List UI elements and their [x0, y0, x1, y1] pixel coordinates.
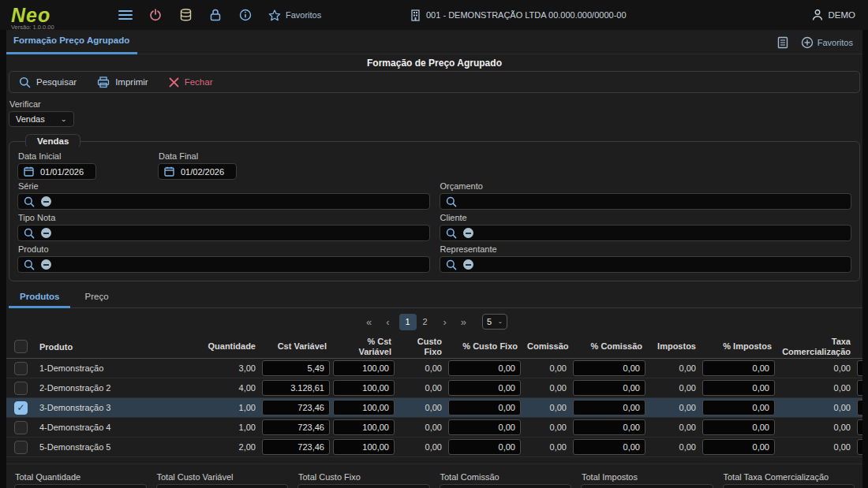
row-checkbox[interactable]: [14, 382, 28, 395]
database-icon[interactable]: [178, 8, 193, 22]
last-page-button[interactable]: »: [456, 316, 471, 328]
pct_impostos-input[interactable]: 0,00: [702, 400, 775, 415]
representante-input[interactable]: [440, 256, 852, 273]
pct_impostos-input[interactable]: 0,00: [702, 380, 775, 396]
pct_impostos-input[interactable]: 0,00: [702, 419, 775, 435]
pct_custo_fixo-input[interactable]: 0,00: [448, 400, 521, 415]
cst_variavel-input[interactable]: 723,46: [262, 419, 330, 435]
pct_cst_variavel-input[interactable]: 100,00: [333, 419, 395, 435]
column-header: Cor: [855, 341, 862, 352]
pct_cst_variavel-input[interactable]: 100,00: [333, 439, 395, 455]
cor-input[interactable]: [857, 439, 862, 455]
pct_custo_fixo-input[interactable]: 0,00: [448, 360, 521, 376]
search-icon: [24, 259, 35, 270]
tab-preco[interactable]: Preço: [73, 287, 119, 307]
cor-input[interactable]: [857, 380, 862, 396]
pct_comissao-input[interactable]: 0,00: [573, 419, 645, 435]
impostos-value: 0,00: [647, 363, 701, 373]
verify-select-value: Vendas: [16, 114, 45, 124]
close-button-label: Fechar: [185, 77, 213, 87]
page-title: Formação de Preço Agrupado: [6, 54, 862, 68]
user-icon: [811, 9, 824, 21]
orcamento-input[interactable]: [440, 193, 852, 210]
serie-input[interactable]: [17, 193, 430, 210]
cst_variavel-input[interactable]: 723,46: [262, 439, 330, 455]
print-button[interactable]: Imprimir: [97, 76, 148, 88]
user-menu[interactable]: DEMO: [811, 9, 856, 21]
pct_impostos-input[interactable]: 0,00: [702, 360, 775, 376]
product-name: 3-Demonstração 3: [35, 403, 197, 412]
search-icon: [446, 228, 457, 239]
table-row[interactable]: 1-Demonstração3,005,49100,000,000,000,00…: [6, 359, 862, 378]
table-row[interactable]: 2-Demonstração 24,003.128,61100,000,000,…: [6, 378, 862, 398]
cliente-input[interactable]: [440, 225, 852, 241]
window-tab-formacao-preco[interactable]: Formação Preço Agrupado: [6, 30, 137, 54]
pct_cst_variavel-input[interactable]: 100,00: [333, 360, 395, 376]
next-page-button[interactable]: ›: [439, 316, 451, 328]
menu-icon[interactable]: [118, 8, 133, 22]
favorites-button[interactable]: Favoritos: [268, 9, 321, 21]
row-checkbox[interactable]: ✓: [14, 401, 28, 415]
cor-input[interactable]: [857, 360, 862, 376]
column-header: Impostos: [647, 341, 701, 352]
pct_impostos-input[interactable]: 0,00: [702, 439, 775, 455]
date-end-input[interactable]: 01/02/2026: [158, 163, 237, 180]
tab-produtos[interactable]: Produtos: [9, 287, 70, 307]
column-header: % Custo Fixo: [447, 341, 522, 352]
app-logo[interactable]: Neo Versão: 1.0.0.00: [11, 6, 104, 24]
star-icon: [268, 9, 281, 21]
page-button-2[interactable]: 2: [417, 314, 434, 330]
detail-tabs: Produtos Preço: [9, 287, 862, 308]
product-name: 2-Demonstração 2: [35, 383, 197, 393]
prev-page-button[interactable]: ‹: [381, 316, 394, 328]
pct_comissao-input[interactable]: 0,00: [573, 360, 645, 376]
produto-input[interactable]: [17, 256, 430, 273]
pct_custo_fixo-input[interactable]: 0,00: [448, 419, 521, 435]
pct_cst_variavel-input[interactable]: 100,00: [333, 380, 395, 396]
pct_cst_variavel-input[interactable]: 100,00: [333, 400, 395, 415]
pct_comissao-input[interactable]: 0,00: [573, 439, 645, 455]
total-value: 0,00: [723, 484, 855, 488]
page-size-select[interactable]: 5 ⌄: [482, 314, 507, 330]
table-row[interactable]: 4-Demonstração 41,00723,46100,000,000,00…: [6, 418, 862, 438]
clear-icon[interactable]: [463, 228, 473, 238]
lock-icon[interactable]: [208, 8, 223, 22]
document-icon[interactable]: [777, 36, 788, 49]
clear-icon[interactable]: [41, 228, 51, 238]
total-field: Total Comissão0,00: [440, 472, 572, 488]
pct_custo_fixo-input[interactable]: 0,00: [448, 439, 521, 455]
verify-select[interactable]: Vendas ⌄: [9, 111, 74, 127]
date-start-input[interactable]: 01/01/2026: [17, 163, 96, 180]
custo_fixo-value: 0,00: [396, 403, 447, 412]
cst_variavel-input[interactable]: 3.128,61: [262, 380, 330, 396]
clear-icon[interactable]: [41, 196, 51, 207]
pct_comissao-input[interactable]: 0,00: [573, 380, 645, 396]
clear-icon[interactable]: [463, 259, 473, 270]
first-page-button[interactable]: «: [361, 316, 376, 328]
row-checkbox[interactable]: [14, 421, 28, 434]
pct_comissao-input[interactable]: 0,00: [573, 400, 645, 415]
page-button-1[interactable]: 1: [399, 314, 417, 330]
tipo-nota-input[interactable]: [17, 225, 430, 241]
cst_variavel-input[interactable]: 5,49: [262, 360, 330, 376]
close-button[interactable]: Fechar: [169, 77, 213, 88]
info-icon[interactable]: [238, 8, 253, 22]
power-icon[interactable]: [148, 8, 163, 22]
table-row[interactable]: 5-Demonstração 52,00723,46100,000,000,00…: [6, 438, 862, 457]
search-button[interactable]: Pesquisar: [19, 76, 77, 88]
table-row[interactable]: ✓3-Demonstração 31,00723,46100,000,000,0…: [6, 398, 862, 418]
row-checkbox[interactable]: [14, 362, 28, 375]
cor-input[interactable]: [857, 400, 862, 415]
add-favorite-button[interactable]: Favoritos: [801, 36, 853, 49]
printer-icon: [97, 76, 110, 88]
column-header: Comissão: [522, 341, 571, 352]
row-checkbox[interactable]: [14, 441, 28, 454]
clear-icon[interactable]: [41, 259, 51, 270]
pct_custo_fixo-input[interactable]: 0,00: [448, 380, 521, 396]
total-value: 0,00: [581, 484, 713, 488]
select-all-checkbox[interactable]: [14, 340, 28, 353]
chevron-down-icon: ⌄: [61, 116, 67, 123]
cor-input[interactable]: [857, 419, 862, 435]
cst_variavel-input[interactable]: 723,46: [262, 400, 330, 415]
company-selector[interactable]: 001 - DEMONSTRAÇÃO LTDA 00.000.000/0000-…: [410, 9, 627, 21]
